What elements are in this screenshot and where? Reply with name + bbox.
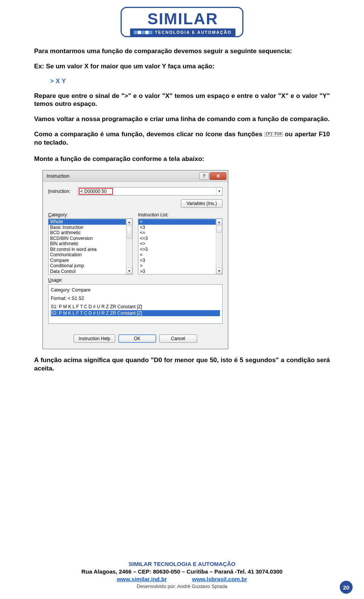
instruction-items: < <3 <= <=3 <> <>3 = =3 > >3 (138, 219, 216, 274)
scroll-thumb[interactable] (217, 226, 222, 233)
para-3: Repare que entre o sinal de ">" e o valo… (34, 92, 330, 109)
logo-subtitle: TECNOLOGIA E AUTOMAÇÃO (130, 28, 235, 36)
footer-link-2[interactable]: www.lsbrasil.com.br (192, 576, 247, 582)
footer-company: SIMILAR TECNOLOGIA E AUTOMAÇÃO (0, 560, 364, 568)
category-item[interactable]: Communication (49, 252, 126, 258)
page-footer: SIMILAR TECNOLOGIA E AUTOMAÇÃO Rua Alago… (0, 560, 364, 590)
category-item[interactable]: Compare (49, 258, 126, 263)
instruction-item[interactable]: <> (138, 241, 216, 247)
example-expression: > X Y (50, 77, 330, 85)
para-1: Para montarmos uma função de comparação … (34, 47, 330, 55)
category-item[interactable]: BCD arithmetic (49, 230, 126, 236)
category-column: Category: Whole Basic Instruction BCD ar… (48, 212, 133, 274)
variables-row: Variables (Ins.) (48, 199, 223, 208)
instruction-label: Instruction: (48, 189, 75, 194)
para-5: Como a comparação é uma função, devemos … (34, 130, 330, 147)
page-number-badge: 20 (340, 581, 353, 594)
usage-line: Format: < S1 S2 (51, 295, 220, 301)
scroll-down-icon[interactable]: ▼ (126, 268, 132, 274)
category-scrollbar[interactable]: ▲ ▼ (126, 219, 132, 274)
usage-line: S1: P M K L F T C D # U R Z ZR Constant … (51, 304, 220, 310)
logo-word: SIMILAR (130, 11, 235, 27)
instruction-item[interactable]: > (138, 263, 216, 269)
instruction-item[interactable]: <= (138, 230, 216, 236)
instruction-value: < D00000 50 (78, 189, 216, 194)
para-2: Ex: Se um valor X for maior que um valor… (34, 62, 330, 71)
logo-checker-icon (134, 31, 152, 34)
logo-subtitle-text: TECNOLOGIA E AUTOMAÇÃO (155, 30, 231, 35)
category-label: Category: (48, 212, 133, 218)
instruction-help-button[interactable]: Instruction Help (74, 334, 115, 343)
instruction-dialog: Instruction ? ✕ Instruction: < D00000 50… (42, 170, 228, 349)
cancel-button[interactable]: Cancel (159, 334, 197, 343)
functions-icon: {F} F10 (265, 132, 283, 137)
scroll-track[interactable] (216, 225, 222, 268)
header-logo: SIMILAR TECNOLOGIA E AUTOMAÇÃO (34, 7, 330, 37)
category-item[interactable]: BIN arithmetic (49, 241, 126, 247)
instruction-scrollbar[interactable]: ▲ ▼ (216, 219, 222, 274)
ok-button[interactable]: OK (118, 334, 156, 343)
scroll-down-icon[interactable]: ▼ (216, 268, 222, 274)
scroll-thumb[interactable] (127, 226, 132, 239)
category-item[interactable]: BCD/BIN Conversion (49, 236, 126, 241)
category-listbox[interactable]: Whole Basic Instruction BCD arithmetic B… (48, 218, 133, 274)
instruction-list-label: Instruction List: (138, 212, 223, 218)
scroll-up-icon[interactable]: ▲ (216, 219, 222, 225)
dropdown-arrow-icon[interactable]: ▼ (216, 188, 222, 195)
scroll-up-icon[interactable]: ▲ (126, 219, 132, 225)
footer-address: Rua Alagoas, 2466 – CEP: 80630-050 – Cur… (0, 568, 364, 575)
instruction-item[interactable]: =3 (138, 258, 216, 263)
dialog-titlebar: Instruction ? ✕ (43, 170, 228, 182)
instruction-item[interactable]: <=3 (138, 236, 216, 241)
footer-links: www.similar.ind.br www.lsbrasil.com.br (0, 575, 364, 583)
usage-line-selected: S2: P M K L F T C D # U R Z ZR Constant … (51, 310, 220, 316)
dialog-help-button[interactable]: ? (199, 172, 209, 180)
category-item[interactable]: Conditional jump (49, 263, 126, 269)
dialog-footer: Instruction Help OK Cancel (43, 328, 228, 349)
footer-developer: Desenvolvido por: André Gustavo Sprada (0, 583, 364, 590)
category-item[interactable]: Basic Instruction (49, 225, 126, 230)
dialog-title: Instruction (47, 173, 199, 179)
category-items: Whole Basic Instruction BCD arithmetic B… (49, 219, 126, 274)
usage-label: Usage: (48, 277, 223, 283)
category-item[interactable]: Bit control in word area (49, 247, 126, 252)
lists-row: Category: Whole Basic Instruction BCD ar… (48, 212, 223, 274)
instruction-item[interactable]: = (138, 252, 216, 258)
usage-line: Category: Compare (51, 287, 220, 293)
variables-button[interactable]: Variables (Ins.) (181, 199, 223, 208)
instruction-list-column: Instruction List: < <3 <= <=3 <> <>3 = =… (138, 212, 223, 274)
para-5a: Como a comparação é uma função, devemos … (34, 131, 265, 138)
logo-box: SIMILAR TECNOLOGIA E AUTOMAÇÃO (121, 7, 243, 37)
dialog-close-button[interactable]: ✕ (210, 172, 226, 180)
para-6: Monte a função de comparação conforme a … (34, 155, 330, 163)
footer-link-1[interactable]: www.similar.ind.br (117, 576, 167, 582)
instruction-item[interactable]: >3 (138, 269, 216, 274)
usage-box: Category: Compare Format: < S1 S2 S1: P … (48, 284, 223, 324)
category-item[interactable]: Data Control (49, 269, 126, 274)
instruction-listbox[interactable]: < <3 <= <=3 <> <>3 = =3 > >3 ▲ (138, 218, 223, 274)
instruction-item[interactable]: < (138, 219, 216, 225)
dialog-body: Instruction: < D00000 50 ▼ Variables (In… (43, 182, 228, 328)
category-item[interactable]: Whole (49, 219, 126, 225)
para-7: A função acima significa que quando "D0 … (34, 356, 330, 373)
instruction-item[interactable]: <>3 (138, 247, 216, 252)
instruction-combobox[interactable]: < D00000 50 ▼ (78, 187, 223, 195)
instruction-row: Instruction: < D00000 50 ▼ (48, 187, 223, 195)
para-4: Vamos voltar a nossa programação e criar… (34, 115, 330, 123)
scroll-track[interactable] (126, 225, 132, 268)
instruction-item[interactable]: <3 (138, 225, 216, 230)
